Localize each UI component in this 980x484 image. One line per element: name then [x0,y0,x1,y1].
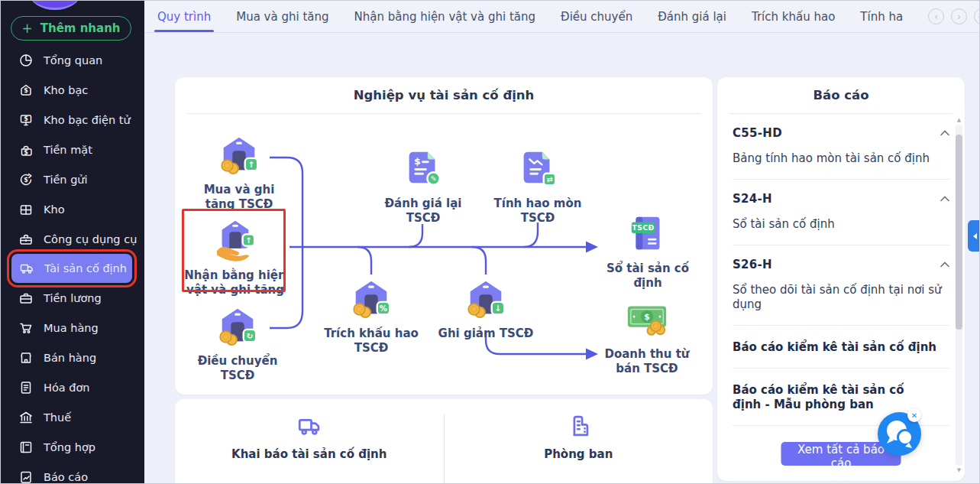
sidebar-item-kho-bac-dien-tu[interactable]: $ Kho bạc điện tử [1,105,144,135]
tab-mua-va-ghi-tang[interactable]: Mua và ghi tăng [236,1,328,32]
flow-node-trich-khau-hao[interactable]: % Trích khấu hao TSCĐ [322,276,421,356]
banknote-coins-icon: $ [625,297,669,341]
sidebar-item-kho-bac[interactable]: $ Kho bạc [1,75,144,105]
reports-card: Báo cáo C55-HD Bảng tính hao mòn tài sản… [717,77,965,481]
report-name[interactable]: Bảng tính hao mòn tài sản cố định [733,151,949,166]
sidebar-item-label: Công cụ dụng cụ [44,233,137,245]
sidebar-item-tai-san-co-dinh[interactable]: Tài sản cố định [11,254,132,283]
sidebar-item-label: Tổng quan [44,54,102,67]
tab-danh-gia-lai[interactable]: Đánh giá lại [658,1,726,32]
report-row-kiem-ke: Báo cáo kiểm kê tài sản cố định [733,326,949,369]
quick-add-button[interactable]: + Thêm nhanh [11,16,131,41]
house-coins-arrow-down-icon: ↓ [464,276,508,320]
content-area: Nghiệp vụ tài sản cố định [144,33,980,484]
sidebar-item-tong-quan[interactable]: Tổng quan [1,45,144,75]
close-icon: ✕ [911,411,917,420]
bank-building-icon [18,410,34,425]
shortcut-khai-bao-tai-san[interactable]: Khai báo tài sản cố định [175,399,444,484]
flow-node-ghi-giam[interactable]: ↓ Ghi giảm TSCĐ [432,276,539,341]
scroll-up-arrow[interactable]: ▲ [956,117,962,123]
flow-node-nhan-bang-hien-vat[interactable]: ↑ Nhận bằng hiện vật và ghi tăng [184,218,286,297]
shortcut-phong-ban[interactable]: Phòng ban [445,399,713,484]
sidebar-item-bao-cao[interactable]: Báo cáo [1,462,144,484]
ledger-book-icon [18,440,34,455]
flow-node-tinh-hao-mon[interactable]: ⇄ Tính hao mòn TSCĐ [492,146,584,226]
swap-badge: ⇄ [546,175,552,184]
sidebar-item-hoa-don[interactable]: Hóa đơn [1,372,144,402]
scroll-down-arrow[interactable]: ▼ [956,467,962,473]
house-coins-transfer-icon: ↻ [215,304,260,348]
chevron-left-icon[interactable]: ‹ [928,8,944,24]
sidebar-item-cong-cu-dung-cu[interactable]: Công cụ dụng cụ [1,224,144,254]
sidebar-item-tien-luong[interactable]: Tiền lương [1,283,144,313]
scrollbar-thumb[interactable] [956,135,962,330]
tab-nhan-bang-hien-vat[interactable]: Nhận bằng hiện vật và ghi tăng [354,1,536,32]
report-name[interactable]: Báo cáo kiểm kê tài sản cố định [733,340,949,355]
arrow-down-badge: ↓ [494,304,501,313]
report-list: C55-HD Bảng tính hao mòn tài sản cố định… [717,114,965,430]
flow-node-dieu-chuyen[interactable]: ↻ Điều chuyển TSCĐ [196,304,280,383]
svg-text:$: $ [24,177,28,184]
house-on-hand-arrow-up-icon: ↑ [213,218,257,262]
ellipsis-icon[interactable]: ⋯ [974,8,980,24]
sidebar-item-label: Tài sản cố định [44,262,127,274]
asset-truck-icon [19,261,34,276]
app-logo[interactable] [30,1,80,10]
sidebar-item-kho[interactable]: Kho [1,194,144,224]
sidebar-nav: Tổng quan $ Kho bạc $ Kho bạc điện tử $ … [1,45,144,484]
sidebar-item-tong-hop[interactable]: Tổng hợp [1,432,144,462]
pencil-badge: ✎ [430,174,436,183]
report-row-s24-h: S24-H Sổ tài sản cố định [733,180,949,245]
asset-flow-diagram: ↑ Mua và ghi tăng TSCĐ ↑ Nhận bằng hiện … [175,114,713,395]
sidebar-item-label: Báo cáo [44,471,88,483]
report-code[interactable]: C55-HD [733,126,782,140]
flow-node-so-tai-san-co-dinh[interactable]: TSCĐ Sổ tài sản cố định [606,211,690,291]
report-code[interactable]: S24-H [733,192,772,206]
tscd-tag: TSCĐ [632,223,655,232]
sidebar-item-mua-hang[interactable]: Mua hàng [1,313,144,343]
report-name[interactable]: Sổ theo dõi tài sản cố định tại nơi sử d… [733,283,949,312]
chevron-right-icon[interactable]: › [951,8,967,24]
quick-add-label: Thêm nhanh [40,21,121,35]
chevron-up-icon[interactable] [940,261,949,268]
tab-trich-khau-hao[interactable]: Trích khấu hao [752,1,835,32]
panel-collapse-handle[interactable] [968,220,980,252]
flow-node-mua-va-ghi-tang[interactable]: ↑ Mua và ghi tăng TSCĐ [189,132,289,212]
percent-badge: % [380,304,387,313]
chat-close-button[interactable]: ✕ [907,408,921,422]
reports-scrollbar: ▲ ▼ [956,117,962,473]
plus-icon: + [21,21,32,36]
app-window: + Thêm nhanh Tổng quan $ Kho bạc $ Kho b… [0,0,980,484]
sidebar-item-thue[interactable]: Thuế [1,402,144,432]
sidebar-item-label: Tiền mặt [44,144,92,156]
report-name[interactable]: Sổ tài sản cố định [733,217,949,232]
tab-tinh-hao-mon-clipped[interactable]: Tính ha [860,1,903,32]
document-dollar-pencil-icon: $ ✎ [401,146,445,190]
dollar-glyph: $ [644,312,649,322]
tab-dieu-chuyen[interactable]: Điều chuyển [561,1,632,32]
report-name[interactable]: Báo cáo kiểm kê tài sản cố định - Mẫu ph… [733,383,927,412]
transfer-badge: ↻ [246,331,253,341]
briefcase-icon [18,291,34,306]
flow-node-doanh-thu[interactable]: $ Doanh thu từ bán TSCĐ [601,297,693,376]
cash-purse-icon: $ [18,142,34,158]
report-code[interactable]: S26-H [733,258,772,271]
svg-text:$: $ [24,148,28,155]
arrow-up-badge: ↑ [245,236,251,245]
sidebar-item-label: Tiền gửi [44,174,88,186]
sidebar: + Thêm nhanh Tổng quan $ Kho bạc $ Kho b… [1,1,144,484]
sidebar-item-tien-gui[interactable]: $ Tiền gửi [1,164,144,194]
sidebar-item-tien-mat[interactable]: $ Tiền mặt [1,135,144,164]
asset-ledger-book-icon: TSCĐ [626,211,670,255]
pie-chart-icon [18,53,34,68]
chevron-up-icon[interactable] [940,196,949,202]
report-chart-icon [18,469,34,484]
sidebar-item-ban-hang[interactable]: Bán hàng [1,343,144,372]
flow-node-danh-gia-lai[interactable]: $ ✎ Đánh giá lại TSCĐ [381,146,465,226]
deposit-cycle-icon: $ [18,172,34,187]
collapse-left-icon [970,233,977,239]
chevron-up-icon[interactable] [940,130,949,136]
sidebar-item-label: Mua hàng [44,322,99,334]
tab-quy-trinh[interactable]: Quy trình [157,1,211,32]
arrow-up-badge: ↑ [247,160,254,170]
